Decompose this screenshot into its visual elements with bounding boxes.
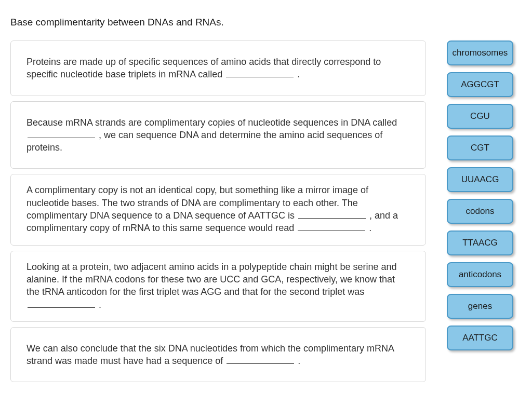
question-text: . bbox=[295, 356, 300, 366]
fill-blank[interactable] bbox=[28, 299, 95, 307]
question-text: Looking at a protein, two adjacent amino… bbox=[26, 262, 396, 297]
question-box[interactable]: Looking at a protein, two adjacent amino… bbox=[10, 251, 426, 322]
questions-column: Proteins are made up of specific sequenc… bbox=[10, 40, 426, 382]
question-text: Because mRNA strands are complimentary c… bbox=[26, 117, 397, 128]
answer-chip[interactable]: chromosomes bbox=[447, 40, 513, 65]
question-text: . bbox=[96, 300, 101, 310]
answer-chip[interactable]: CGU bbox=[447, 104, 513, 129]
content-wrap: Proteins are made up of specific sequenc… bbox=[0, 28, 532, 382]
answers-column: chromosomesAGGCGTCGUCGTUUAACGcodonsTTAAC… bbox=[447, 40, 513, 350]
question-box[interactable]: Because mRNA strands are complimentary c… bbox=[10, 101, 426, 169]
question-box[interactable]: We can also conclude that the six DNA nu… bbox=[10, 327, 426, 383]
question-text: . bbox=[366, 223, 371, 233]
question-text: . bbox=[295, 69, 300, 79]
answer-chip[interactable]: codons bbox=[447, 199, 513, 224]
fill-blank[interactable] bbox=[227, 356, 294, 364]
page-title: Base complimentarity between DNAs and RN… bbox=[0, 0, 532, 28]
question-text: We can also conclude that the six DNA nu… bbox=[26, 343, 394, 366]
fill-blank[interactable] bbox=[28, 130, 95, 138]
question-text: Proteins are made up of specific sequenc… bbox=[26, 57, 381, 79]
answer-chip[interactable]: UUAACG bbox=[447, 167, 513, 192]
answer-chip[interactable]: CGT bbox=[447, 135, 513, 160]
answer-chip[interactable]: AGGCGT bbox=[447, 72, 513, 97]
question-box[interactable]: Proteins are made up of specific sequenc… bbox=[10, 40, 426, 96]
question-box[interactable]: A complimentary copy is not an identical… bbox=[10, 174, 426, 245]
answer-chip[interactable]: genes bbox=[447, 294, 513, 319]
fill-blank[interactable] bbox=[298, 210, 366, 219]
answer-chip[interactable]: anticodons bbox=[447, 262, 513, 287]
answer-chip[interactable]: AATTGC bbox=[447, 326, 513, 350]
fill-blank[interactable] bbox=[226, 69, 294, 77]
fill-blank[interactable] bbox=[298, 223, 365, 231]
answer-chip[interactable]: TTAACG bbox=[447, 231, 513, 255]
